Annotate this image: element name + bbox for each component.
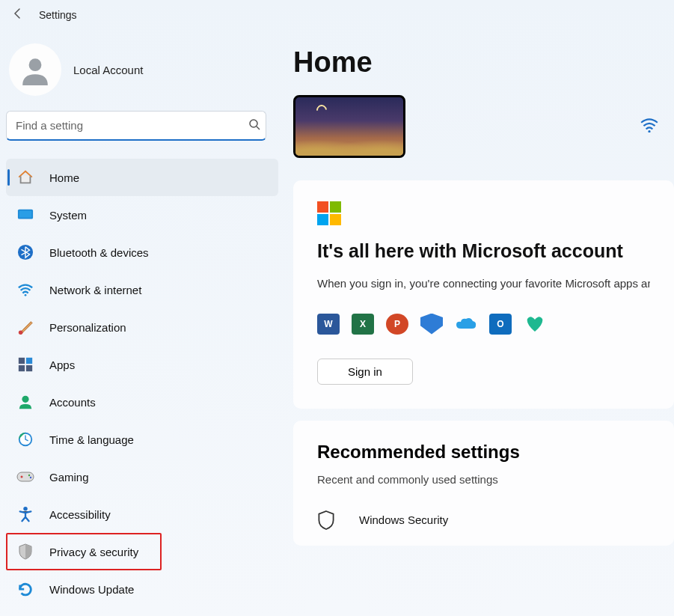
sidebar-item-home[interactable]: Home: [6, 159, 278, 196]
system-icon: [16, 206, 34, 224]
sidebar-item-label: Time & language: [49, 433, 134, 446]
page-title: Home: [293, 46, 674, 79]
wallpaper-preview[interactable]: [293, 95, 405, 158]
avatar: [9, 43, 61, 96]
wifi-icon: [16, 281, 34, 299]
svg-point-19: [23, 507, 28, 511]
svg-point-0: [29, 58, 42, 71]
sidebar-item-label: Network & internet: [49, 284, 141, 296]
svg-point-16: [21, 476, 23, 478]
apps-icon: [16, 356, 34, 373]
sidebar-item-label: Personalization: [49, 321, 126, 334]
sidebar-item-network[interactable]: Network & internet: [6, 271, 278, 308]
person-icon: [16, 393, 34, 411]
svg-point-17: [28, 475, 30, 476]
onedrive-icon: [455, 314, 477, 335]
wifi-status-icon[interactable]: [640, 118, 659, 135]
recommended-title: Recommended settings: [317, 442, 650, 463]
microsoft-logo-icon: [317, 201, 341, 225]
svg-point-6: [25, 294, 27, 296]
svg-point-20: [648, 130, 650, 132]
sidebar-item-apps[interactable]: Apps: [6, 346, 278, 383]
app-title: Settings: [39, 9, 77, 21]
search-icon: [248, 118, 260, 133]
sidebar-item-label: Accessibility: [49, 508, 111, 521]
defender-icon: [420, 314, 443, 335]
svg-rect-11: [26, 365, 32, 371]
family-icon: [524, 314, 546, 335]
update-icon: [16, 580, 34, 598]
sidebar-item-gaming[interactable]: Gaming: [6, 458, 278, 495]
sidebar-item-label: Privacy & security: [49, 546, 138, 558]
search-field[interactable]: [6, 111, 278, 141]
recommended-item-label: Windows Security: [359, 513, 448, 526]
shield-icon: [16, 543, 34, 561]
svg-rect-4: [19, 211, 32, 218]
sidebar-item-label: Gaming: [49, 471, 89, 484]
clock-icon: [16, 430, 34, 448]
recommended-settings-card: Recommended settings Recent and commonly…: [293, 421, 674, 546]
sidebar-item-label: Home: [49, 171, 79, 184]
shield-outline-icon: [317, 510, 338, 531]
powerpoint-icon: P: [386, 314, 408, 335]
ms-card-description: When you sign in, you're connecting your…: [317, 275, 650, 293]
svg-point-12: [22, 396, 28, 403]
sidebar-item-privacy[interactable]: Privacy & security: [6, 533, 162, 570]
search-input[interactable]: [6, 111, 266, 141]
account-block[interactable]: Local Account: [6, 37, 278, 111]
svg-point-18: [30, 477, 31, 478]
sidebar-item-accounts[interactable]: Accounts: [6, 383, 278, 421]
sidebar-item-label: Windows Update: [49, 583, 134, 596]
home-icon: [16, 168, 34, 186]
sidebar-item-accessibility[interactable]: Accessibility: [6, 495, 278, 533]
brush-icon: [16, 318, 34, 336]
recommended-item-security[interactable]: Windows Security: [317, 510, 650, 531]
sidebar-item-label: Bluetooth & devices: [49, 246, 149, 259]
sidebar-item-update[interactable]: Windows Update: [6, 570, 278, 608]
svg-point-1: [250, 120, 257, 127]
sidebar-item-label: Apps: [49, 359, 75, 371]
ms-card-title: It's all here with Microsoft account: [317, 240, 650, 262]
word-icon: W: [317, 314, 340, 335]
accessibility-icon: [16, 505, 34, 523]
svg-rect-9: [26, 358, 32, 364]
recommended-subtitle: Recent and commonly used settings: [317, 473, 650, 486]
ms-app-icons: W X P O: [317, 314, 650, 335]
gamepad-icon: [16, 468, 34, 486]
svg-rect-8: [19, 358, 25, 364]
svg-rect-10: [19, 365, 25, 371]
sidebar-item-label: Accounts: [49, 396, 96, 409]
bluetooth-icon: [16, 243, 34, 261]
back-button[interactable]: [12, 7, 24, 22]
sidebar-item-system[interactable]: System: [6, 196, 278, 234]
sidebar-item-label: System: [49, 209, 87, 222]
svg-rect-15: [17, 472, 34, 481]
sidebar-item-personalization[interactable]: Personalization: [6, 308, 278, 346]
microsoft-account-card: It's all here with Microsoft account Whe…: [293, 180, 674, 409]
outlook-icon: O: [489, 314, 512, 335]
svg-point-7: [19, 331, 23, 335]
svg-line-2: [257, 126, 260, 129]
signin-button[interactable]: Sign in: [317, 359, 413, 385]
excel-icon: X: [352, 314, 374, 335]
sidebar-nav: Home System Bluetooth & devices Network …: [6, 159, 278, 608]
sidebar-item-bluetooth[interactable]: Bluetooth & devices: [6, 234, 278, 271]
account-name: Local Account: [73, 64, 143, 76]
sidebar-item-time[interactable]: Time & language: [6, 421, 278, 458]
